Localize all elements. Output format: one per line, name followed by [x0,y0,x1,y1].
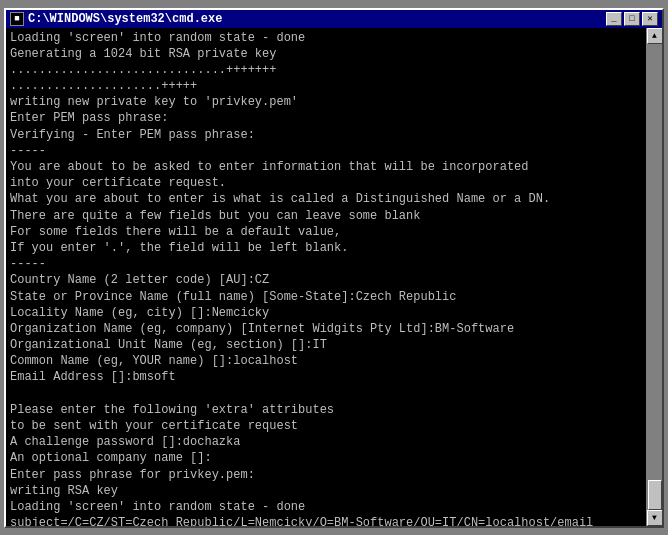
cmd-window: ■ C:\WINDOWS\system32\cmd.exe _ □ ✕ Load… [4,8,664,528]
scroll-track [647,44,663,510]
close-button[interactable]: ✕ [642,12,658,26]
scroll-up-button[interactable]: ▲ [647,28,663,44]
terminal-output: Loading 'screen' into random state - don… [6,28,646,526]
maximize-button[interactable]: □ [624,12,640,26]
scroll-down-button[interactable]: ▼ [647,510,663,526]
cmd-icon: ■ [10,12,24,26]
scroll-thumb[interactable] [648,480,662,510]
scrollbar[interactable]: ▲ ▼ [646,28,662,526]
content-area: Loading 'screen' into random state - don… [6,28,662,526]
title-bar-title: ■ C:\WINDOWS\system32\cmd.exe [10,12,222,26]
window-title: C:\WINDOWS\system32\cmd.exe [28,12,222,26]
title-bar-buttons: _ □ ✕ [606,12,658,26]
minimize-button[interactable]: _ [606,12,622,26]
title-bar: ■ C:\WINDOWS\system32\cmd.exe _ □ ✕ [6,10,662,28]
